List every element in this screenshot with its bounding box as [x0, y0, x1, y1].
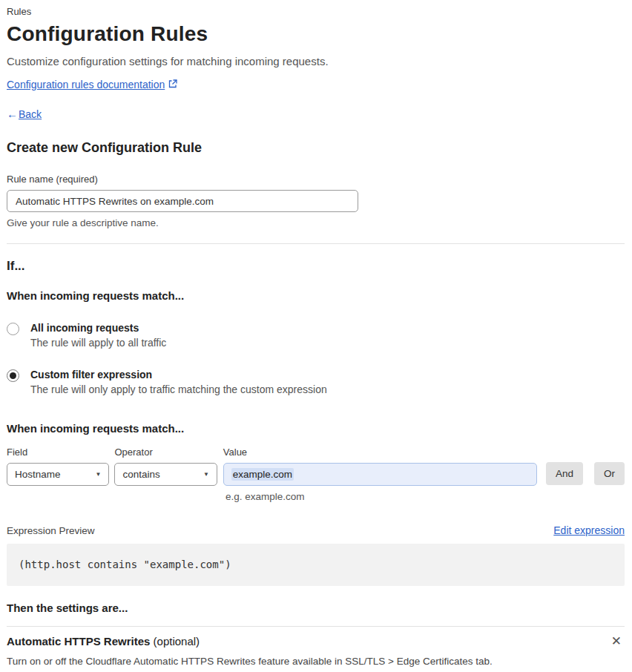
then-settings-heading: Then the settings are... — [7, 602, 625, 614]
rule-name-input[interactable] — [7, 190, 358, 212]
field-label: Field — [7, 447, 109, 458]
expression-builder-row: Field Hostname ▼ Operator contains ▼ Val… — [7, 447, 625, 486]
rule-name-help: Give your rule a descriptive name. — [7, 217, 625, 228]
rule-name-label: Rule name (required) — [7, 174, 625, 185]
operator-select-value: contains — [122, 469, 203, 480]
if-heading: If... — [7, 259, 625, 274]
field-select-value: Hostname — [15, 469, 95, 480]
radio-option-description: The rule will only apply to traffic matc… — [30, 383, 327, 395]
or-button[interactable]: Or — [594, 462, 625, 485]
setting-header: Automatic HTTPS Rewrites (optional) ✕ — [7, 633, 625, 649]
back-link-row: ← Back — [7, 108, 625, 120]
create-rule-heading: Create new Configuration Rule — [7, 140, 625, 156]
chevron-down-icon: ▼ — [203, 471, 209, 478]
value-input-text: example.com — [231, 468, 294, 481]
radio-option-description: The rule will apply to all traffic — [30, 337, 166, 349]
expression-preview-header: Expression Preview Edit expression — [7, 524, 625, 536]
expression-preview-code: (http.host contains "example.com") — [7, 544, 625, 586]
expression-builder-heading: When incoming requests match... — [7, 422, 625, 435]
radio-option-custom-filter[interactable]: Custom filter expression The rule will o… — [7, 369, 625, 395]
breadcrumb: Rules — [7, 6, 625, 17]
setting-divider — [7, 626, 625, 627]
match-heading: When incoming requests match... — [7, 289, 625, 302]
radio-selected-icon[interactable] — [7, 369, 19, 382]
value-example-help: e.g. example.com — [226, 491, 625, 502]
setting-optional-label: (optional) — [150, 635, 200, 648]
field-select[interactable]: Hostname ▼ — [7, 463, 109, 486]
page-title: Configuration Rules — [7, 22, 625, 46]
radio-unselected-icon[interactable] — [7, 323, 19, 335]
back-link[interactable]: Back — [19, 108, 42, 120]
value-input[interactable]: example.com — [223, 463, 537, 486]
operator-label: Operator — [114, 447, 217, 458]
operator-select[interactable]: contains ▼ — [114, 463, 217, 486]
radio-option-label: All incoming requests — [30, 322, 166, 334]
radio-option-label: Custom filter expression — [30, 369, 327, 381]
section-divider — [7, 243, 625, 244]
expression-preview-label: Expression Preview — [7, 525, 95, 536]
close-icon[interactable]: ✕ — [608, 633, 625, 649]
value-label: Value — [223, 447, 537, 458]
chevron-down-icon: ▼ — [95, 471, 101, 478]
external-link-icon — [168, 79, 177, 90]
setting-description: Turn on or off the Cloudflare Automatic … — [7, 656, 625, 667]
documentation-link[interactable]: Configuration rules documentation — [7, 79, 165, 90]
page-subtitle: Customize configuration settings for mat… — [7, 55, 625, 67]
back-arrow-icon: ← — [7, 108, 18, 120]
setting-name: Automatic HTTPS Rewrites — [7, 635, 150, 648]
radio-option-all-requests[interactable]: All incoming requests The rule will appl… — [7, 322, 625, 349]
documentation-link-row: Configuration rules documentation — [7, 79, 625, 90]
and-button[interactable]: And — [546, 462, 583, 485]
edit-expression-link[interactable]: Edit expression — [553, 524, 625, 536]
